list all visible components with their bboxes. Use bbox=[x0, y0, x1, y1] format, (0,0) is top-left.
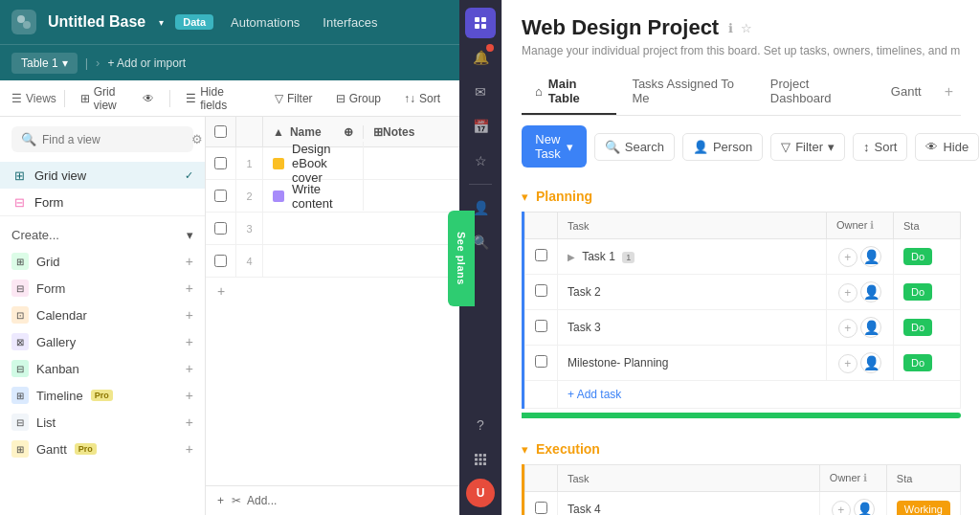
task-name-1[interactable]: ▶ Task 1 1 bbox=[558, 239, 827, 275]
task-owner-milestone[interactable]: + 👤 bbox=[827, 346, 894, 381]
filter-btn[interactable]: ▽ Filter bbox=[267, 89, 321, 108]
sort-btn[interactable]: ↑↓ Sort bbox=[396, 89, 448, 108]
see-plans-banner[interactable]: See plans bbox=[448, 211, 475, 306]
task-status-3[interactable]: Do bbox=[894, 310, 961, 346]
exec-owner-header[interactable]: Owner ℹ bbox=[819, 465, 886, 492]
add-row-btn[interactable]: + bbox=[206, 278, 459, 304]
add-task-planning-btn[interactable]: + Add task bbox=[558, 381, 961, 409]
exec-task-header[interactable]: Task bbox=[558, 465, 820, 492]
nav-automations[interactable]: Automations bbox=[225, 11, 305, 34]
row-name-2[interactable]: Write content bbox=[263, 182, 364, 211]
add-plus-btn[interactable]: + bbox=[217, 494, 224, 507]
task-name-milestone[interactable]: Milestone- Planning bbox=[558, 346, 827, 381]
info-icon[interactable]: ℹ bbox=[728, 21, 733, 35]
grid-name-header[interactable]: ▲ Name ⊕ bbox=[263, 125, 364, 139]
task-owner-3[interactable]: + 👤 bbox=[827, 310, 894, 346]
task-name-3[interactable]: Task 3 bbox=[558, 310, 827, 346]
planning-section-header[interactable]: ▾ Planning bbox=[522, 177, 961, 212]
sidebar-item-form-view[interactable]: ⊟ Form bbox=[0, 189, 205, 215]
create-form-item[interactable]: ⊟ Form + bbox=[11, 275, 193, 302]
name-expand-icon[interactable]: ⊕ bbox=[344, 125, 353, 139]
task-status-1[interactable]: Do bbox=[894, 239, 961, 275]
tab-project-dashboard[interactable]: Project Dashboard bbox=[757, 69, 876, 115]
tab-gantt[interactable]: Gantt bbox=[878, 77, 935, 108]
create-kanban-item[interactable]: ⊟ Kanban + bbox=[11, 355, 193, 382]
home-icon-btn[interactable] bbox=[465, 8, 496, 38]
task-check-t4[interactable] bbox=[525, 492, 558, 516]
table-select-btn[interactable]: Table 1 ▾ bbox=[11, 53, 78, 74]
filter-toolbar-btn[interactable]: ▽ Filter ▾ bbox=[770, 133, 845, 161]
task-owner-2[interactable]: + 👤 bbox=[827, 275, 894, 310]
task-name-2[interactable]: Task 2 bbox=[558, 275, 827, 310]
create-gallery-plus[interactable]: + bbox=[186, 334, 193, 349]
add-import-btn[interactable]: + Add or import bbox=[107, 56, 186, 70]
create-gantt-plus[interactable]: + bbox=[186, 441, 193, 457]
status-col-header[interactable]: Sta bbox=[894, 213, 961, 239]
add-owner-milestone-btn[interactable]: + bbox=[838, 354, 858, 373]
search-toolbar-btn[interactable]: 🔍 Search bbox=[594, 133, 675, 161]
hide-fields-btn[interactable]: ☰ Hide fields bbox=[178, 82, 259, 115]
exec-status-header[interactable]: Sta bbox=[886, 465, 960, 492]
sidebar-item-grid-view[interactable]: ⊞ Grid view ✓ bbox=[0, 162, 205, 189]
help-icon-btn[interactable]: ? bbox=[465, 410, 496, 440]
create-timeline-plus[interactable]: + bbox=[186, 388, 193, 403]
row-check-4[interactable] bbox=[206, 245, 236, 277]
create-calendar-item[interactable]: ⊡ Calendar + bbox=[11, 302, 193, 328]
add-owner-3-btn[interactable]: + bbox=[838, 319, 858, 338]
notification-icon-btn[interactable]: 🔔 bbox=[465, 42, 496, 73]
search-input-wrap[interactable]: 🔍 ⚙ bbox=[11, 126, 193, 152]
add-owner-2-btn[interactable]: + bbox=[838, 283, 858, 302]
calendar-icon-btn[interactable]: 📅 bbox=[465, 111, 496, 142]
task-status-2[interactable]: Do bbox=[894, 275, 961, 310]
task-status-t4[interactable]: Working bbox=[886, 492, 960, 516]
create-gallery-item[interactable]: ⊠ Gallery + bbox=[11, 328, 193, 355]
row-check-1[interactable] bbox=[206, 147, 236, 179]
task-name-t4[interactable]: Task 4 bbox=[558, 492, 820, 516]
group-btn[interactable]: ⊟ Group bbox=[328, 89, 389, 108]
add-task-row-planning[interactable]: + Add task bbox=[525, 381, 961, 409]
task-check-4[interactable] bbox=[525, 346, 558, 381]
hide-toolbar-btn[interactable]: 👁 Hide bbox=[915, 133, 979, 161]
create-list-plus[interactable]: + bbox=[186, 414, 193, 430]
nav-data-badge[interactable]: Data bbox=[175, 14, 213, 30]
expand-icon[interactable]: ▶ bbox=[568, 252, 575, 262]
task-status-milestone[interactable]: Do bbox=[894, 346, 961, 381]
nav-interfaces[interactable]: Interfaces bbox=[317, 11, 383, 34]
settings-icon[interactable]: ⚙ bbox=[191, 132, 203, 146]
dots-icon-btn[interactable] bbox=[465, 444, 496, 475]
title-chevron-icon[interactable]: ▾ bbox=[159, 17, 164, 28]
star-title-icon[interactable]: ☆ bbox=[741, 21, 752, 35]
mail-icon-btn[interactable]: ✉ bbox=[465, 77, 496, 107]
create-calendar-plus[interactable]: + bbox=[186, 307, 193, 323]
task-owner-1[interactable]: + 👤 bbox=[827, 239, 894, 275]
tab-main-table[interactable]: ⌂ Main Table bbox=[522, 69, 616, 115]
add-owner-t4-btn[interactable]: + bbox=[832, 501, 851, 515]
create-gantt-item[interactable]: ⊞ Gantt Pro + bbox=[11, 436, 193, 462]
task-check-1[interactable] bbox=[525, 239, 558, 275]
tab-tasks-assigned[interactable]: Tasks Assigned To Me bbox=[618, 69, 754, 115]
create-header[interactable]: Create... ▾ bbox=[11, 228, 193, 242]
task-owner-t4[interactable]: + 👤 bbox=[819, 492, 886, 516]
row-check-3[interactable] bbox=[206, 213, 236, 244]
grid-notes-header[interactable]: ⊞ Notes bbox=[364, 125, 459, 139]
row-check-2[interactable] bbox=[206, 180, 236, 212]
add-label-btn[interactable]: ✂ Add... bbox=[232, 494, 277, 507]
create-grid-plus[interactable]: + bbox=[186, 254, 193, 269]
select-all-checkbox[interactable] bbox=[214, 125, 227, 138]
create-timeline-item[interactable]: ⊞ Timeline Pro + bbox=[11, 382, 193, 409]
create-kanban-plus[interactable]: + bbox=[186, 361, 193, 376]
find-view-input[interactable] bbox=[42, 133, 186, 146]
add-owner-1-btn[interactable]: + bbox=[838, 248, 858, 267]
execution-section-header[interactable]: ▾ Execution bbox=[522, 430, 961, 464]
new-task-chevron-icon[interactable]: ▾ bbox=[567, 140, 573, 154]
create-grid-item[interactable]: ⊞ Grid + bbox=[11, 248, 193, 275]
create-form-plus[interactable]: + bbox=[186, 280, 193, 296]
person-toolbar-btn[interactable]: 👤 Person bbox=[682, 133, 763, 161]
task-check-2[interactable] bbox=[525, 275, 558, 310]
task-check-3[interactable] bbox=[525, 310, 558, 346]
new-task-btn[interactable]: New Task ▾ bbox=[522, 125, 587, 168]
owner-col-header[interactable]: Owner ℹ bbox=[827, 213, 894, 239]
create-list-item[interactable]: ⊟ List + bbox=[11, 409, 193, 436]
row-name-1[interactable]: Design eBook cover bbox=[263, 142, 364, 185]
avatar-icon-btn[interactable]: U bbox=[466, 479, 495, 507]
